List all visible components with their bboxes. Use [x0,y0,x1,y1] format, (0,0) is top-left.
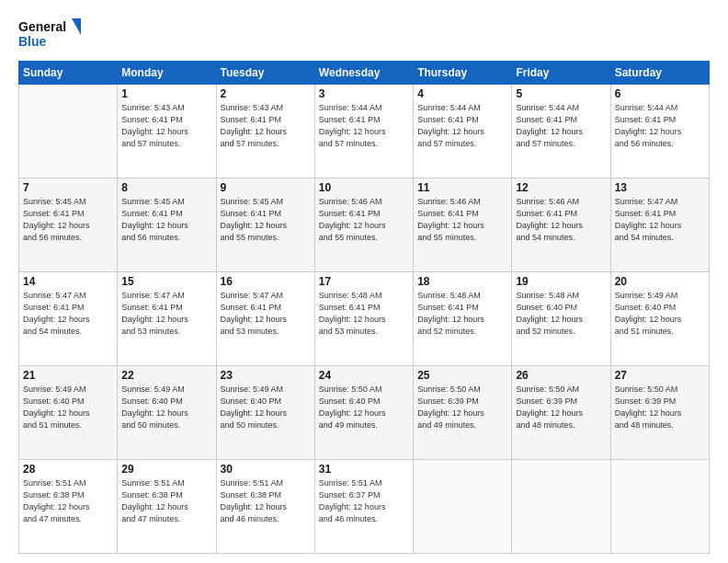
day-number: 8 [121,181,211,194]
day-detail: Sunrise: 5:51 AMSunset: 6:37 PMDaylight:… [319,477,409,525]
day-number: 18 [417,275,507,288]
calendar-day-cell: 29Sunrise: 5:51 AMSunset: 6:38 PMDayligh… [118,460,216,554]
day-detail: Sunrise: 5:49 AMSunset: 6:40 PMDaylight:… [121,384,211,431]
day-detail: Sunrise: 5:47 AMSunset: 6:41 PMDaylight:… [221,290,311,338]
day-detail: Sunrise: 5:51 AMSunset: 6:38 PMDaylight:… [121,477,211,525]
calendar-day-cell: 1Sunrise: 5:43 AMSunset: 6:41 PMDaylight… [118,85,216,178]
calendar-day-cell: 27Sunrise: 5:50 AMSunset: 6:39 PMDayligh… [610,366,709,460]
calendar-day-cell: 18Sunrise: 5:48 AMSunset: 6:41 PMDayligh… [414,272,512,366]
calendar-day-cell: 17Sunrise: 5:48 AMSunset: 6:41 PMDayligh… [314,272,413,366]
day-number: 4 [417,87,507,100]
day-number: 25 [417,369,507,382]
calendar-day-header: Wednesday [314,62,413,85]
calendar-day-cell: 5Sunrise: 5:44 AMSunset: 6:41 PMDaylight… [512,85,610,178]
calendar-day-cell: 20Sunrise: 5:49 AMSunset: 6:40 PMDayligh… [610,272,709,366]
day-detail: Sunrise: 5:45 AMSunset: 6:41 PMDaylight:… [121,196,211,244]
calendar-day-cell [512,460,610,554]
day-number: 22 [121,369,211,382]
calendar-day-cell: 31Sunrise: 5:51 AMSunset: 6:37 PMDayligh… [314,460,413,554]
day-detail: Sunrise: 5:50 AMSunset: 6:39 PMDaylight:… [516,384,606,431]
day-number: 1 [121,87,211,100]
calendar-header-row: SundayMondayTuesdayWednesdayThursdayFrid… [19,62,710,85]
day-number: 2 [221,87,311,100]
day-detail: Sunrise: 5:43 AMSunset: 6:41 PMDaylight:… [121,102,211,150]
calendar-day-header: Thursday [414,62,512,85]
day-detail: Sunrise: 5:48 AMSunset: 6:41 PMDaylight:… [417,290,507,338]
day-number: 3 [319,87,409,100]
calendar-day-cell: 6Sunrise: 5:44 AMSunset: 6:41 PMDaylight… [610,85,709,178]
calendar-day-cell: 11Sunrise: 5:46 AMSunset: 6:41 PMDayligh… [414,178,512,272]
calendar-day-header: Monday [118,62,216,85]
day-number: 26 [516,369,606,382]
day-detail: Sunrise: 5:49 AMSunset: 6:40 PMDaylight:… [221,384,311,431]
day-number: 6 [615,87,705,100]
day-detail: Sunrise: 5:44 AMSunset: 6:41 PMDaylight:… [417,102,507,150]
day-number: 17 [319,275,409,288]
day-number: 21 [23,369,113,382]
day-number: 14 [23,275,113,288]
calendar-day-cell: 26Sunrise: 5:50 AMSunset: 6:39 PMDayligh… [512,366,610,460]
day-detail: Sunrise: 5:47 AMSunset: 6:41 PMDaylight:… [615,196,705,244]
calendar-day-cell [19,85,118,178]
day-number: 30 [221,463,311,476]
day-detail: Sunrise: 5:45 AMSunset: 6:41 PMDaylight:… [221,196,311,244]
calendar-day-cell: 10Sunrise: 5:46 AMSunset: 6:41 PMDayligh… [314,178,413,272]
page-header: General Blue [18,15,710,52]
calendar-day-header: Tuesday [216,62,314,85]
calendar-day-header: Friday [512,62,610,85]
day-detail: Sunrise: 5:44 AMSunset: 6:41 PMDaylight:… [319,102,409,150]
calendar-day-cell: 2Sunrise: 5:43 AMSunset: 6:41 PMDaylight… [216,85,314,178]
day-detail: Sunrise: 5:46 AMSunset: 6:41 PMDaylight:… [319,196,409,244]
calendar-day-cell: 4Sunrise: 5:44 AMSunset: 6:41 PMDaylight… [414,85,512,178]
calendar-week-row: 1Sunrise: 5:43 AMSunset: 6:41 PMDaylight… [19,85,710,178]
logo: General Blue [18,15,83,52]
calendar-day-cell: 28Sunrise: 5:51 AMSunset: 6:38 PMDayligh… [19,460,118,554]
day-detail: Sunrise: 5:50 AMSunset: 6:40 PMDaylight:… [319,384,409,431]
calendar-day-header: Saturday [610,62,709,85]
day-detail: Sunrise: 5:48 AMSunset: 6:41 PMDaylight:… [319,290,409,338]
calendar-day-cell: 15Sunrise: 5:47 AMSunset: 6:41 PMDayligh… [118,272,216,366]
calendar-day-cell: 13Sunrise: 5:47 AMSunset: 6:41 PMDayligh… [610,178,709,272]
day-detail: Sunrise: 5:47 AMSunset: 6:41 PMDaylight:… [121,290,211,338]
day-number: 5 [516,87,606,100]
day-number: 13 [615,181,705,194]
day-detail: Sunrise: 5:48 AMSunset: 6:40 PMDaylight:… [516,290,606,338]
calendar-table: SundayMondayTuesdayWednesdayThursdayFrid… [18,61,710,554]
calendar-day-cell: 24Sunrise: 5:50 AMSunset: 6:40 PMDayligh… [314,366,413,460]
logo-svg: General Blue [18,15,83,52]
calendar-week-row: 21Sunrise: 5:49 AMSunset: 6:40 PMDayligh… [19,366,710,460]
day-detail: Sunrise: 5:50 AMSunset: 6:39 PMDaylight:… [615,384,705,431]
calendar-day-cell: 19Sunrise: 5:48 AMSunset: 6:40 PMDayligh… [512,272,610,366]
day-detail: Sunrise: 5:50 AMSunset: 6:39 PMDaylight:… [417,384,507,431]
day-detail: Sunrise: 5:44 AMSunset: 6:41 PMDaylight:… [516,102,606,150]
day-detail: Sunrise: 5:46 AMSunset: 6:41 PMDaylight:… [516,196,606,244]
day-detail: Sunrise: 5:46 AMSunset: 6:41 PMDaylight:… [417,196,507,244]
calendar-day-cell [414,460,512,554]
calendar-day-cell: 7Sunrise: 5:45 AMSunset: 6:41 PMDaylight… [19,178,118,272]
calendar-day-cell: 22Sunrise: 5:49 AMSunset: 6:40 PMDayligh… [118,366,216,460]
day-number: 9 [221,181,311,194]
day-number: 11 [417,181,507,194]
calendar-week-row: 28Sunrise: 5:51 AMSunset: 6:38 PMDayligh… [19,460,710,554]
calendar-day-cell: 9Sunrise: 5:45 AMSunset: 6:41 PMDaylight… [216,178,314,272]
calendar-day-cell: 25Sunrise: 5:50 AMSunset: 6:39 PMDayligh… [414,366,512,460]
day-number: 12 [516,181,606,194]
day-number: 31 [319,463,409,476]
calendar-day-cell: 23Sunrise: 5:49 AMSunset: 6:40 PMDayligh… [216,366,314,460]
calendar-day-cell: 3Sunrise: 5:44 AMSunset: 6:41 PMDaylight… [314,85,413,178]
calendar-day-cell: 14Sunrise: 5:47 AMSunset: 6:41 PMDayligh… [19,272,118,366]
day-detail: Sunrise: 5:47 AMSunset: 6:41 PMDaylight:… [23,290,113,338]
calendar-day-header: Sunday [19,62,118,85]
calendar-day-cell: 12Sunrise: 5:46 AMSunset: 6:41 PMDayligh… [512,178,610,272]
calendar-day-cell: 8Sunrise: 5:45 AMSunset: 6:41 PMDaylight… [118,178,216,272]
day-number: 27 [615,369,705,382]
day-number: 29 [121,463,211,476]
calendar-week-row: 14Sunrise: 5:47 AMSunset: 6:41 PMDayligh… [19,272,710,366]
day-number: 23 [221,369,311,382]
calendar-day-cell: 16Sunrise: 5:47 AMSunset: 6:41 PMDayligh… [216,272,314,366]
day-number: 20 [615,275,705,288]
day-number: 16 [221,275,311,288]
svg-text:General: General [18,19,66,34]
day-detail: Sunrise: 5:44 AMSunset: 6:41 PMDaylight:… [615,102,705,150]
calendar-day-cell: 30Sunrise: 5:51 AMSunset: 6:38 PMDayligh… [216,460,314,554]
